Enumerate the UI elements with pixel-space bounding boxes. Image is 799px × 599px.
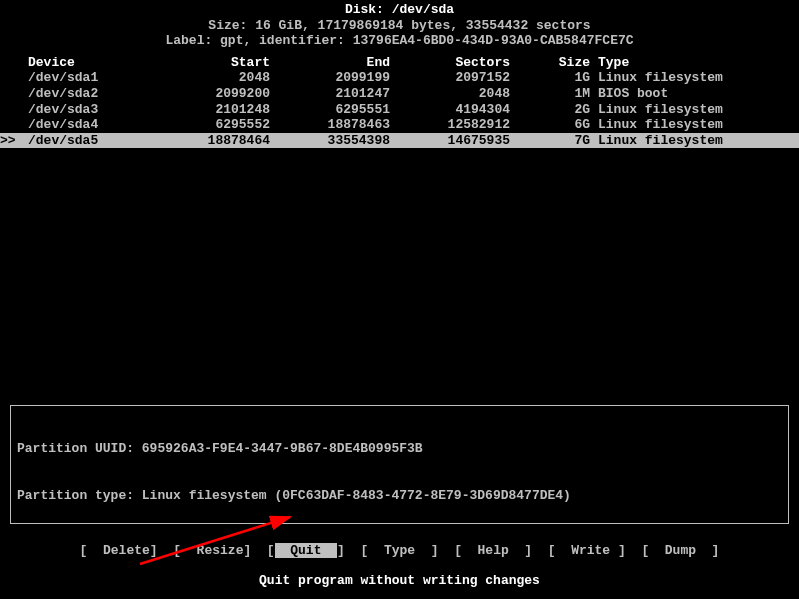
- table-row[interactable]: /dev/sda22099200210124720481MBIOS boot: [0, 86, 799, 102]
- cell-end: 33554398: [270, 133, 390, 149]
- action-hint: Quit program without writing changes: [0, 573, 799, 589]
- cell-start: 2048: [160, 70, 270, 86]
- table-header-row: Device Start End Sectors Size Type: [0, 55, 799, 71]
- cell-size: 2G: [510, 102, 590, 118]
- cell-sectors: 2048: [390, 86, 510, 102]
- action-menu: [ Delete] [ Resize] [ Quit ] [ Type ] [ …: [0, 543, 799, 559]
- cell-sectors: 14675935: [390, 133, 510, 149]
- cell-start: 6295552: [160, 117, 270, 133]
- table-row[interactable]: /dev/sda12048209919920971521GLinux files…: [0, 70, 799, 86]
- col-end: End: [270, 55, 390, 71]
- menu-dump[interactable]: [ Dump ]: [641, 543, 719, 558]
- col-type: Type: [590, 55, 799, 71]
- menu-quit[interactable]: [ Quit ]: [267, 543, 345, 558]
- disk-size: Size: 16 GiB, 17179869184 bytes, 3355443…: [0, 18, 799, 34]
- cell-sectors: 2097152: [390, 70, 510, 86]
- cell-device: /dev/sda3: [0, 102, 160, 118]
- cell-device: /dev/sda2: [0, 86, 160, 102]
- cell-device: /dev/sda1: [0, 70, 160, 86]
- disk-title: Disk: /dev/sda: [0, 2, 799, 18]
- cell-type: Linux filesystem: [590, 133, 799, 149]
- menu-type[interactable]: [ Type ]: [361, 543, 439, 558]
- cell-start: 18878464: [160, 133, 270, 149]
- col-device: Device: [0, 55, 160, 71]
- cell-sectors: 4194304: [390, 102, 510, 118]
- cell-type: Linux filesystem: [590, 117, 799, 133]
- cell-end: 2099199: [270, 70, 390, 86]
- partition-info-box: Partition UUID: 695926A3-F9E4-3447-9B67-…: [10, 405, 789, 524]
- menu-help[interactable]: [ Help ]: [454, 543, 532, 558]
- disk-label: Label: gpt, identifier: 13796EA4-6BD0-43…: [0, 33, 799, 49]
- col-size: Size: [510, 55, 590, 71]
- cell-type: Linux filesystem: [590, 102, 799, 118]
- cell-end: 6295551: [270, 102, 390, 118]
- table-row[interactable]: /dev/sda32101248629555141943042GLinux fi…: [0, 102, 799, 118]
- cell-start: 2099200: [160, 86, 270, 102]
- cell-size: 1G: [510, 70, 590, 86]
- cell-type: Linux filesystem: [590, 70, 799, 86]
- partition-table: Device Start End Sectors Size Type /dev/…: [0, 55, 799, 149]
- partition-type: Partition type: Linux filesystem (0FC63D…: [17, 488, 782, 504]
- cell-start: 2101248: [160, 102, 270, 118]
- cell-sectors: 12582912: [390, 117, 510, 133]
- partition-uuid: Partition UUID: 695926A3-F9E4-3447-9B67-…: [17, 441, 782, 457]
- col-start: Start: [160, 55, 270, 71]
- cell-size: 1M: [510, 86, 590, 102]
- menu-write[interactable]: [ Write ]: [548, 543, 626, 558]
- table-row[interactable]: /dev/sda4629555218878463125829126GLinux …: [0, 117, 799, 133]
- cell-size: 6G: [510, 117, 590, 133]
- cell-end: 18878463: [270, 117, 390, 133]
- cell-type: BIOS boot: [590, 86, 799, 102]
- table-row[interactable]: /dev/sda51887846433554398146759357GLinux…: [0, 133, 799, 149]
- cell-device: /dev/sda5: [0, 133, 160, 149]
- menu-resize[interactable]: [ Resize]: [173, 543, 251, 558]
- col-sectors: Sectors: [390, 55, 510, 71]
- cell-end: 2101247: [270, 86, 390, 102]
- cell-size: 7G: [510, 133, 590, 149]
- menu-delete[interactable]: [ Delete]: [80, 543, 158, 558]
- cell-device: /dev/sda4: [0, 117, 160, 133]
